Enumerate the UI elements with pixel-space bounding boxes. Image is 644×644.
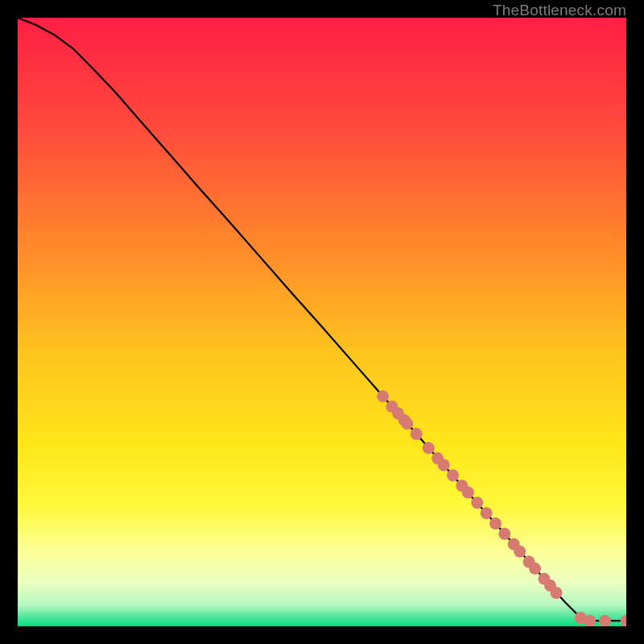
data-point bbox=[447, 469, 459, 481]
data-point bbox=[498, 528, 510, 540]
data-point bbox=[599, 615, 611, 626]
data-point bbox=[401, 418, 413, 430]
data-point bbox=[471, 497, 483, 509]
chart-svg bbox=[18, 18, 626, 626]
data-point bbox=[584, 615, 596, 626]
data-point bbox=[438, 459, 450, 471]
chart-stage: TheBottleneck.com bbox=[0, 0, 644, 644]
gradient-background bbox=[18, 18, 626, 626]
data-point bbox=[423, 442, 435, 454]
watermark-text: TheBottleneck.com bbox=[493, 2, 626, 19]
data-point bbox=[481, 507, 493, 519]
data-point bbox=[551, 587, 563, 599]
data-point bbox=[514, 546, 526, 558]
data-point bbox=[377, 390, 389, 402]
data-point bbox=[411, 428, 423, 440]
data-point bbox=[529, 563, 541, 575]
data-point bbox=[462, 486, 474, 498]
bottleneck-chart bbox=[18, 18, 626, 626]
data-point bbox=[489, 518, 502, 530]
